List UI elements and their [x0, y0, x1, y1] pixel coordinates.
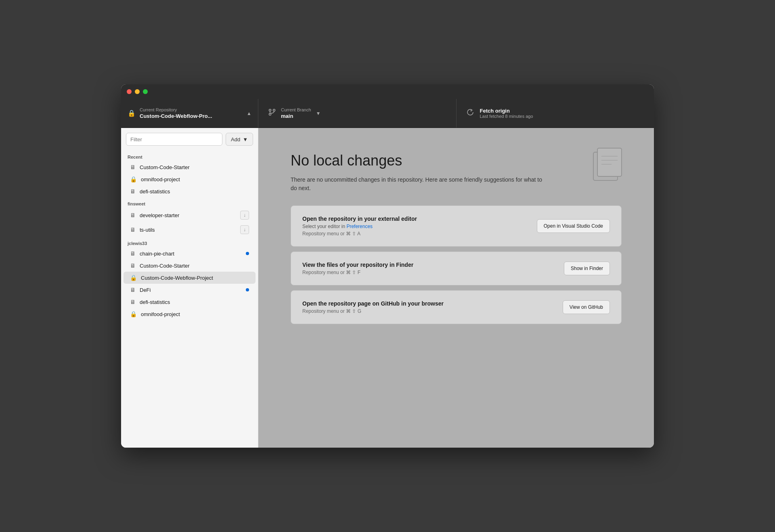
list-item[interactable]: 🔒 omnifood-project: [124, 173, 256, 185]
monitor-icon: 🖥: [130, 250, 136, 257]
suggestion-shortcut: Repository menu or ⌘ ⇧ F: [302, 270, 556, 275]
repo-name: defi-statistics: [140, 189, 249, 195]
list-item[interactable]: 🔒 omnifood-project: [124, 308, 256, 320]
repo-label: Current Repository: [140, 107, 243, 112]
branch-icon: [268, 108, 276, 118]
titlebar: [121, 84, 654, 99]
list-item-active[interactable]: 🔒 Custom-Code-Webflow-Project: [124, 272, 256, 284]
illustration: [589, 144, 630, 186]
sidebar-search-area: Add ▼: [121, 128, 258, 149]
lock-icon: 🔒: [130, 311, 137, 317]
download-icon[interactable]: ↓: [240, 211, 249, 220]
suggestion-shortcut: Repository menu or ⌘ ⇧ A: [302, 231, 529, 237]
show-finder-button[interactable]: Show in Finder: [564, 262, 610, 275]
repo-name: Custom-Code-Webflow-Pro...: [140, 113, 212, 119]
view-github-button[interactable]: View on GitHub: [563, 300, 610, 314]
suggestion-sub: Select your editor in Preferences: [302, 224, 529, 229]
unread-badge: [246, 252, 249, 255]
close-button[interactable]: [127, 89, 132, 94]
repo-name: Custom-Code-Starter: [140, 263, 249, 269]
repo-name: developer-starter: [140, 212, 236, 218]
repo-name: chain-pie-chart: [140, 251, 242, 257]
content-inner: No local changes There are no uncommitte…: [291, 152, 622, 329]
repo-name: DeFi: [140, 287, 242, 293]
filter-input[interactable]: [126, 133, 222, 146]
suggestion-title: Open the repository in your external edi…: [302, 216, 529, 222]
section-finsweet: finsweet: [121, 197, 258, 208]
fetch-title: Fetch origin: [480, 108, 533, 114]
list-item[interactable]: 🖥 chain-pie-chart: [124, 247, 256, 260]
preferences-link[interactable]: Preferences: [346, 224, 373, 229]
monitor-icon: 🖥: [130, 226, 136, 233]
maximize-button[interactable]: [143, 89, 148, 94]
list-item[interactable]: 🖥 developer-starter ↓: [124, 208, 256, 222]
suggestion-text: Open the repository in your external edi…: [302, 216, 529, 237]
repo-name: Custom-Code-Starter: [140, 164, 249, 170]
download-icon[interactable]: ↓: [240, 225, 249, 234]
chevron-down-icon: ▼: [316, 111, 321, 116]
main-area: Add ▼ Recent 🖥 Custom-Code-Starter 🔒 omn…: [121, 128, 654, 448]
repo-list: Recent 🖥 Custom-Code-Starter 🔒 omnifood-…: [121, 149, 258, 448]
section-recent: Recent: [121, 151, 258, 161]
fetch-origin-button[interactable]: Fetch origin Last fetched 8 minutes ago: [457, 99, 654, 128]
app-window: 🔒 Current Repository Custom-Code-Webflow…: [121, 84, 654, 448]
repo-name: Custom-Code-Webflow-Project: [141, 275, 249, 281]
add-button[interactable]: Add ▼: [226, 133, 253, 146]
list-item[interactable]: 🖥 Custom-Code-Starter: [124, 260, 256, 272]
suggestion-title: View the files of your repository in Fin…: [302, 262, 556, 268]
svg-point-0: [269, 109, 271, 111]
lock-icon: 🔒: [130, 176, 137, 182]
svg-point-1: [269, 113, 271, 115]
suggestion-title: Open the repository page on GitHub in yo…: [302, 300, 555, 307]
lock-icon: 🔒: [128, 109, 136, 117]
chevron-down-icon: ▼: [243, 136, 248, 142]
repo-name: ts-utils: [140, 227, 236, 233]
toolbar: 🔒 Current Repository Custom-Code-Webflow…: [121, 99, 654, 128]
lock-icon: 🔒: [130, 274, 137, 281]
repo-info: Current Repository Custom-Code-Webflow-P…: [140, 107, 243, 119]
page-title: No local changes: [291, 152, 622, 169]
list-item[interactable]: 🖥 defi-statistics: [124, 185, 256, 197]
add-label: Add: [231, 136, 240, 142]
repo-name: omnifood-project: [141, 311, 249, 317]
suggestion-text: Open the repository page on GitHub in yo…: [302, 300, 555, 314]
monitor-icon: 🖥: [130, 287, 136, 293]
fetch-info: Fetch origin Last fetched 8 minutes ago: [480, 108, 533, 119]
current-repo-button[interactable]: 🔒 Current Repository Custom-Code-Webflow…: [121, 99, 258, 128]
current-branch-button[interactable]: Current Branch main ▼: [258, 99, 457, 128]
repo-name: omnifood-project: [141, 176, 249, 182]
page-description: There are no uncommitted changes in this…: [291, 176, 549, 193]
branch-name: main: [281, 113, 293, 119]
suggestion-card-editor: Open the repository in your external edi…: [291, 205, 622, 247]
list-item[interactable]: 🖥 ts-utils ↓: [124, 222, 256, 237]
suggestion-text: View the files of your repository in Fin…: [302, 262, 556, 275]
repo-name: defi-statistics: [140, 299, 249, 305]
svg-point-2: [273, 109, 275, 111]
suggestion-card-finder: View the files of your repository in Fin…: [291, 251, 622, 285]
branch-info: Current Branch main: [281, 107, 311, 119]
svg-rect-4: [597, 148, 622, 176]
refresh-icon: [466, 108, 474, 118]
chevron-up-icon: ▲: [247, 111, 251, 116]
suggestion-shortcut: Repository menu or ⌘ ⇧ G: [302, 308, 555, 314]
branch-label: Current Branch: [281, 107, 311, 112]
suggestion-sub-text: Select your editor in: [302, 224, 346, 229]
list-item[interactable]: 🖥 Custom-Code-Starter: [124, 161, 256, 173]
monitor-icon: 🖥: [130, 212, 136, 218]
list-item[interactable]: 🖥 defi-statistics: [124, 296, 256, 308]
monitor-icon: 🖥: [130, 188, 136, 195]
monitor-icon: 🖥: [130, 262, 136, 269]
open-editor-button[interactable]: Open in Visual Studio Code: [537, 219, 610, 233]
unread-badge: [246, 288, 249, 291]
minimize-button[interactable]: [135, 89, 140, 94]
list-item[interactable]: 🖥 DeFi: [124, 284, 256, 296]
fetch-subtitle: Last fetched 8 minutes ago: [480, 114, 533, 119]
monitor-icon: 🖥: [130, 299, 136, 305]
suggestion-card-github: Open the repository page on GitHub in yo…: [291, 290, 622, 324]
sidebar: Add ▼ Recent 🖥 Custom-Code-Starter 🔒 omn…: [121, 128, 258, 448]
section-jclewis33: jclewis33: [121, 237, 258, 247]
monitor-icon: 🖥: [130, 164, 136, 170]
main-content: No local changes There are no uncommitte…: [258, 128, 654, 448]
